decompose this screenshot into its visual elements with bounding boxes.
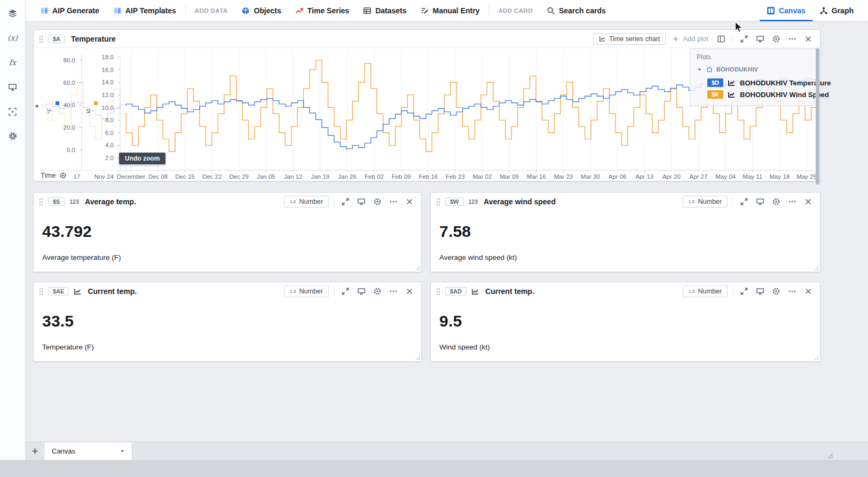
gear-icon[interactable] xyxy=(770,33,783,45)
drag-handle-icon[interactable] xyxy=(436,288,440,295)
average-wind-speed-card: $W 123 Average wind speed 1.0Number 7.58… xyxy=(430,192,820,272)
card-resize-grip[interactable] xyxy=(814,266,819,271)
close-icon[interactable] xyxy=(403,285,416,298)
drag-handle-icon[interactable] xyxy=(436,198,440,205)
aip-generate-button[interactable]: AIP Generate xyxy=(33,0,106,21)
axis-gear-icon[interactable] xyxy=(59,172,67,179)
gear-icon[interactable] xyxy=(371,195,384,208)
svg-text:8.0: 8.0 xyxy=(105,117,114,123)
plot-item-temperature[interactable]: $D BOHODUKHIV Temperature xyxy=(697,77,812,89)
canvas-view-tab[interactable]: Canvas xyxy=(760,0,812,21)
variables-icon[interactable]: (x) xyxy=(6,31,20,45)
metric-caption: Temperature (F) xyxy=(42,343,421,351)
header-divider xyxy=(334,287,334,296)
drag-handle-icon[interactable] xyxy=(39,198,43,205)
settings-gear-icon[interactable] xyxy=(6,129,20,143)
expand-icon[interactable] xyxy=(339,195,352,208)
toolbar-divider xyxy=(185,5,186,17)
close-icon[interactable] xyxy=(802,285,815,298)
layers-icon[interactable] xyxy=(6,6,20,20)
svg-text:May 04: May 04 xyxy=(715,173,736,180)
gear-icon[interactable] xyxy=(770,195,783,208)
more-options-icon[interactable] xyxy=(786,195,799,208)
more-options-icon[interactable] xyxy=(786,33,799,45)
chart-type-chip[interactable]: Time series chart xyxy=(593,33,666,45)
focus-icon[interactable] xyxy=(6,105,20,118)
metric-caption: Wind speed (kt) xyxy=(439,343,820,351)
present-icon[interactable] xyxy=(754,195,767,208)
caret-down-icon xyxy=(120,448,125,454)
add-plot-button[interactable]: Add plot xyxy=(669,35,712,43)
card-resize-grip[interactable] xyxy=(415,355,420,360)
plots-panel: Plots BOHODUKHIV $D BOHODUKHIV Temperatu… xyxy=(690,49,819,106)
time-series-label: Time Series xyxy=(307,6,349,15)
quiver-app: { "toolbar": { "aip_generate": "AIP Gene… xyxy=(0,0,868,477)
expand-icon[interactable] xyxy=(738,33,751,45)
gear-icon[interactable] xyxy=(770,285,783,298)
objects-button[interactable]: Objects xyxy=(234,0,288,21)
x-axis-title: Time xyxy=(41,171,67,179)
card-variable-badge[interactable]: $W xyxy=(445,197,464,206)
average-temp-card: $S 123 Average temp. 1.0Number 43.792 Av… xyxy=(33,192,422,272)
plus-icon xyxy=(672,35,680,43)
present-icon[interactable] xyxy=(754,285,767,298)
cube-icon xyxy=(241,6,250,15)
more-options-icon[interactable] xyxy=(387,195,400,208)
header-divider xyxy=(732,287,733,296)
graph-view-tab[interactable]: Graph xyxy=(812,0,861,21)
svg-text:Jan 12: Jan 12 xyxy=(284,173,303,180)
vertical-scrollbar[interactable] xyxy=(816,48,819,185)
more-options-icon[interactable] xyxy=(786,285,799,298)
card-variable-badge[interactable]: $S xyxy=(48,197,65,206)
card-title: Average temp. xyxy=(85,197,136,206)
drag-handle-icon[interactable] xyxy=(39,288,43,295)
number-card-actions: 1.0Number xyxy=(683,285,815,298)
canvas-tab[interactable]: Canvas xyxy=(44,442,132,460)
card-variable-badge[interactable]: $A xyxy=(48,35,65,43)
undo-zoom-button[interactable]: Undo zoom xyxy=(119,153,165,164)
collapse-left-icon[interactable]: ◀ xyxy=(35,104,38,108)
present-icon[interactable] xyxy=(355,195,368,208)
number-123-icon: 123 xyxy=(469,199,478,205)
search-cards-button[interactable]: Search cards xyxy=(540,0,613,21)
expand-icon[interactable] xyxy=(738,285,751,298)
close-icon[interactable] xyxy=(403,195,416,208)
number-type-chip[interactable]: 1.0Number xyxy=(284,285,329,297)
number-type-chip[interactable]: 1.0Number xyxy=(284,196,329,208)
gear-icon[interactable] xyxy=(371,285,384,298)
chart-card-header: $A Temperature Time series chart Add plo… xyxy=(34,30,820,48)
plot-item-wind-speed[interactable]: $K BOHODUKHIV Wind Speed xyxy=(697,89,812,100)
card-resize-grip[interactable] xyxy=(415,266,420,271)
expand-icon[interactable] xyxy=(339,285,352,298)
close-icon[interactable] xyxy=(802,33,815,45)
present-icon[interactable] xyxy=(754,33,767,45)
time-series-button[interactable]: Time Series xyxy=(288,0,356,21)
number-type-chip[interactable]: 1.0Number xyxy=(683,196,728,208)
card-resize-grip[interactable] xyxy=(814,355,819,360)
svg-text:Dec 08: Dec 08 xyxy=(148,173,168,180)
manual-entry-button[interactable]: Manual Entry xyxy=(414,0,487,21)
panel-layout-icon[interactable] xyxy=(715,33,728,45)
datasets-button[interactable]: Datasets xyxy=(356,0,413,21)
svg-text:Mar 23: Mar 23 xyxy=(554,173,573,180)
drag-handle-icon[interactable] xyxy=(39,35,43,43)
svg-text:80.0: 80.0 xyxy=(64,57,75,63)
svg-text:14.0: 14.0 xyxy=(102,79,114,85)
line-chart-icon xyxy=(471,288,479,296)
more-options-icon[interactable] xyxy=(387,285,400,298)
number-type-chip[interactable]: 1.0Number xyxy=(683,285,728,297)
svg-text:Jan 26: Jan 26 xyxy=(338,173,357,180)
time-series-chart[interactable]: 17Nov 24DecemberDec 08Dec 15Dec 22Dec 29… xyxy=(34,48,820,181)
present-icon[interactable] xyxy=(355,285,368,298)
presentation-icon[interactable] xyxy=(6,80,20,94)
close-icon[interactable] xyxy=(802,195,815,208)
functions-icon[interactable]: fx xyxy=(6,55,20,69)
card-variable-badge[interactable]: $AE xyxy=(48,287,69,296)
expand-icon[interactable] xyxy=(738,195,751,208)
type-mini-label: 1.0 xyxy=(290,199,296,204)
plots-group-header[interactable]: BOHODUKHIV xyxy=(697,66,812,73)
card-variable-badge[interactable]: $AD xyxy=(445,287,467,296)
aip-templates-button[interactable]: AIP Templates xyxy=(106,0,183,21)
svg-text:Dec 22: Dec 22 xyxy=(202,173,222,180)
add-canvas-button[interactable] xyxy=(26,442,44,460)
